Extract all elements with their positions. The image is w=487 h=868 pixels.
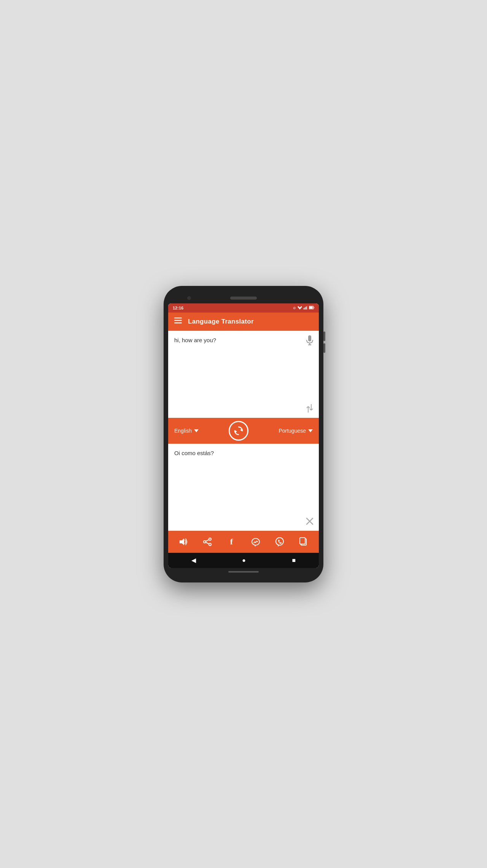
- svg-line-24: [206, 540, 209, 541]
- svg-rect-4: [307, 306, 307, 309]
- status-time: 12:16: [173, 306, 183, 310]
- svg-line-25: [206, 542, 209, 544]
- speak-button[interactable]: [176, 534, 191, 549]
- swap-languages-button[interactable]: [229, 421, 248, 441]
- wifi-icon: [298, 306, 302, 310]
- notification-icon: ⊘: [293, 306, 296, 310]
- status-bar: 12:16 ⊘: [168, 303, 319, 313]
- svg-rect-10: [174, 322, 182, 324]
- copy-button[interactable]: [296, 534, 311, 549]
- input-area[interactable]: hi, how are you?: [168, 331, 319, 418]
- target-language-selector[interactable]: Portuguese: [279, 428, 313, 434]
- phone-nav-bar: ◀ ● ■: [168, 553, 319, 568]
- svg-point-23: [204, 541, 206, 543]
- target-language-label: Portuguese: [279, 428, 306, 434]
- language-bar: English Portuguese: [168, 418, 319, 444]
- svg-line-29: [278, 545, 279, 546]
- phone-camera: [187, 296, 191, 300]
- target-dropdown-arrow: [308, 428, 313, 433]
- svg-marker-15: [240, 428, 242, 432]
- svg-rect-2: [305, 307, 306, 309]
- svg-rect-6: [314, 307, 315, 308]
- input-text[interactable]: hi, how are you?: [168, 331, 319, 349]
- messenger-button[interactable]: [248, 534, 263, 549]
- home-indicator: [228, 571, 259, 573]
- sort-icon[interactable]: [306, 404, 314, 414]
- app-bar: Language Translator: [168, 313, 319, 331]
- source-dropdown-arrow: [194, 428, 199, 433]
- svg-point-21: [209, 538, 211, 540]
- app-title: Language Translator: [188, 318, 254, 325]
- recent-apps-button[interactable]: ■: [292, 557, 296, 564]
- svg-rect-3: [306, 306, 307, 309]
- svg-marker-14: [194, 429, 199, 432]
- facebook-button[interactable]: f: [224, 534, 239, 549]
- svg-rect-7: [309, 306, 313, 309]
- svg-line-27: [255, 545, 255, 546]
- svg-point-28: [276, 538, 283, 545]
- svg-rect-31: [300, 538, 305, 544]
- phone-bottom-bar: [168, 568, 319, 576]
- phone-speaker: [230, 297, 257, 300]
- output-text: Oi como estás?: [168, 444, 319, 462]
- home-button[interactable]: ●: [242, 557, 246, 564]
- signal-icon: [304, 306, 307, 310]
- back-button[interactable]: ◀: [191, 557, 196, 564]
- phone-top-bar: [168, 293, 319, 303]
- source-language-selector[interactable]: English: [174, 428, 199, 434]
- svg-marker-20: [180, 538, 184, 545]
- menu-button[interactable]: [174, 317, 182, 325]
- source-language-label: English: [174, 428, 192, 434]
- output-area: Oi como estás?: [168, 444, 319, 531]
- svg-rect-1: [304, 308, 304, 309]
- svg-point-22: [209, 543, 211, 546]
- svg-rect-8: [174, 317, 182, 319]
- svg-marker-17: [308, 429, 313, 432]
- svg-marker-16: [235, 430, 237, 433]
- svg-rect-9: [174, 320, 182, 321]
- share-button[interactable]: [200, 534, 215, 549]
- svg-rect-11: [308, 335, 311, 341]
- mic-button[interactable]: [306, 335, 314, 347]
- phone-screen: 12:16 ⊘: [168, 303, 319, 568]
- action-bar: f: [168, 531, 319, 553]
- side-buttons: [323, 332, 325, 353]
- phone-device: 12:16 ⊘: [164, 286, 323, 582]
- battery-icon: [309, 306, 314, 310]
- whatsapp-button[interactable]: [272, 534, 287, 549]
- svg-point-26: [252, 538, 259, 545]
- status-icons: ⊘: [293, 306, 314, 310]
- clear-button[interactable]: [306, 517, 314, 527]
- svg-marker-0: [298, 306, 302, 309]
